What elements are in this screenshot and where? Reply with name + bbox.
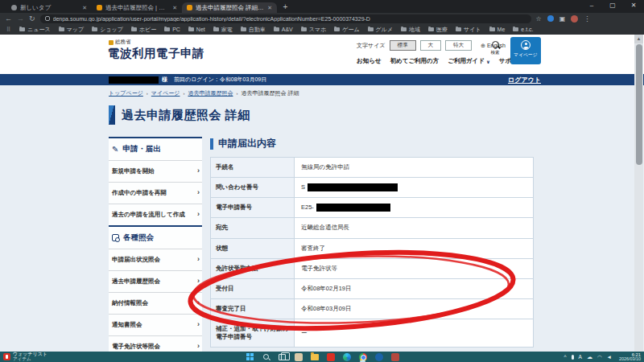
bookmark-folder[interactable]: 自動車 bbox=[241, 26, 266, 34]
photo-viewer-icon bbox=[391, 353, 399, 361]
taskbar: ウォッチリスト アイテム ^ A ☁ ◠ ◄ 6:21 2026/03/ bbox=[0, 352, 644, 362]
edge-button[interactable] bbox=[342, 352, 351, 361]
bookmark-folder[interactable]: 家電 bbox=[213, 26, 233, 34]
bookmark-folder[interactable]: ショップ bbox=[92, 26, 123, 34]
mypage-button[interactable]: マイページ bbox=[510, 37, 541, 64]
file-explorer-button[interactable] bbox=[310, 352, 319, 361]
menu-dots-icon[interactable]: ⋮ bbox=[584, 15, 590, 23]
taskbar-clock[interactable]: 6:21 2026/03/10 bbox=[619, 352, 641, 362]
wifi-icon[interactable]: ◠ bbox=[597, 354, 602, 360]
bookmark-folder[interactable]: 地域 bbox=[401, 26, 420, 34]
sidebar-item[interactable]: 通知書照会 bbox=[109, 314, 202, 335]
sidebar-item[interactable]: 新規申請を開始 bbox=[109, 160, 202, 182]
task-view-button[interactable] bbox=[278, 352, 287, 361]
breadcrumb-history-link[interactable]: 過去申請履歴照会 bbox=[188, 89, 233, 97]
folder-icon bbox=[188, 27, 194, 31]
bookmark-star-icon[interactable]: ☆ bbox=[536, 15, 542, 23]
page-title-row: 過去申請履歴照会 詳細 bbox=[109, 105, 250, 125]
widget-line2: アイテム bbox=[13, 357, 47, 362]
hidden-icons-chevron[interactable]: ^ bbox=[564, 354, 566, 360]
bookmark-folder[interactable]: スマホ bbox=[301, 26, 327, 34]
header-nav-item[interactable]: 初めてご利用の方 bbox=[390, 57, 440, 65]
blue-app-button[interactable] bbox=[374, 352, 383, 361]
back-icon[interactable]: ← bbox=[5, 14, 12, 23]
tab-history-detail[interactable]: 過去申請履歴照会 詳細 | 過去 ✕ bbox=[182, 2, 277, 13]
bookmark-folder[interactable]: e.t.c. bbox=[513, 27, 533, 32]
apps-grid-icon[interactable]: ⠿ bbox=[6, 27, 11, 33]
extension-icon[interactable] bbox=[547, 15, 554, 22]
site-search-button[interactable]: 検索 bbox=[486, 41, 504, 56]
bookmark-folder[interactable]: Me bbox=[489, 27, 506, 32]
folder-icon bbox=[19, 27, 25, 31]
tab-close-icon[interactable]: ✕ bbox=[172, 5, 177, 11]
start-button[interactable] bbox=[246, 352, 254, 361]
microphone-icon[interactable] bbox=[572, 355, 574, 360]
site-title: 電波利用電子申請 bbox=[108, 46, 204, 61]
forward-icon[interactable]: → bbox=[17, 14, 24, 23]
tab-close-icon[interactable]: ✕ bbox=[267, 5, 272, 11]
bookmark-folder[interactable]: ニュース bbox=[19, 26, 51, 34]
minimize-button[interactable]: – bbox=[581, 0, 602, 11]
photo-viewer-button[interactable] bbox=[390, 352, 399, 361]
tab-history-list[interactable]: 過去申請履歴照会 | マイページ | ✕ bbox=[92, 2, 182, 13]
close-button[interactable]: ✕ bbox=[623, 0, 644, 11]
font-size-standard-button[interactable]: 標準 bbox=[390, 40, 416, 51]
logout-link[interactable]: ログアウト bbox=[508, 76, 541, 84]
bookmark-label: グルメ bbox=[376, 26, 394, 34]
taskbar-search-button[interactable] bbox=[262, 352, 270, 361]
sidebar-item[interactable]: 電子免許状等照会 bbox=[109, 335, 202, 352]
row-label: 審査完了日 bbox=[211, 298, 295, 319]
font-size-large-button[interactable]: 大 bbox=[420, 40, 442, 51]
header-nav-item[interactable]: お知らせ bbox=[357, 57, 382, 65]
taskbar-widget[interactable]: ウォッチリスト アイテム bbox=[3, 352, 47, 362]
scroll-up-arrow[interactable]: ▲ bbox=[634, 35, 643, 43]
new-tab-button[interactable]: + bbox=[280, 2, 291, 13]
font-size-xlarge-button[interactable]: 特大 bbox=[445, 40, 472, 51]
sidebar-item[interactable]: 過去申請履歴照会 bbox=[109, 270, 202, 292]
bookmark-label: A&V bbox=[282, 27, 293, 32]
sidebar-item[interactable]: 過去の申請を流用して作成 bbox=[109, 204, 202, 225]
scrollbar-thumb[interactable] bbox=[636, 44, 642, 165]
sidebar-item[interactable]: 申請届出状況照会 bbox=[109, 249, 202, 270]
address-bar[interactable]: denpa.soumu.go.jp/application/user-porta… bbox=[40, 14, 531, 23]
redaction-box bbox=[308, 183, 398, 191]
photos-app-button[interactable] bbox=[294, 352, 303, 361]
bookmark-folder[interactable]: マップ bbox=[59, 26, 85, 34]
tab-close-icon[interactable]: ✕ bbox=[82, 5, 87, 11]
folder-icon bbox=[301, 27, 307, 31]
red-app-button[interactable] bbox=[326, 352, 335, 361]
bookmark-folder[interactable]: グルメ bbox=[368, 26, 394, 34]
breadcrumb-top-link[interactable]: トップページ bbox=[109, 89, 143, 97]
bookmark-folder[interactable]: A&V bbox=[274, 27, 293, 32]
page-scrollbar[interactable]: ▲ bbox=[634, 35, 643, 352]
tab-new-tab[interactable]: 新しいタブ ✕ bbox=[6, 2, 92, 13]
breadcrumb-mypage-link[interactable]: マイページ bbox=[151, 89, 180, 97]
tab-title: 新しいタブ bbox=[20, 4, 79, 12]
main-content: 申請届出内容 手続名 無線局の免許申請 bbox=[210, 137, 534, 352]
bookmark-label: マップ bbox=[67, 26, 85, 34]
side-panel-icon[interactable]: ▣ bbox=[559, 15, 566, 23]
sidebar-item[interactable]: 作成中の申請を再開 bbox=[109, 182, 202, 204]
table-row: 審査完了日 令和08年03月09日 bbox=[211, 298, 534, 319]
section-title-row: 申請届出内容 bbox=[210, 137, 534, 150]
header-nav-item[interactable]: ご利用ガイド ∨ bbox=[448, 57, 490, 65]
bookmark-label: ニュース bbox=[27, 26, 51, 34]
bookmark-folder[interactable]: Net bbox=[188, 27, 205, 32]
speaker-icon[interactable]: ◄ bbox=[607, 354, 612, 360]
taskbar-apps bbox=[246, 352, 399, 362]
reload-icon[interactable]: ↻ bbox=[29, 14, 35, 23]
bookmark-folder[interactable]: PC bbox=[164, 27, 180, 32]
maximize-button[interactable]: ▢ bbox=[602, 0, 623, 11]
folder-icon bbox=[213, 27, 219, 31]
bookmark-folder[interactable]: ゲーム bbox=[334, 26, 359, 34]
ime-indicator[interactable]: A bbox=[579, 354, 582, 360]
site-info-icon[interactable] bbox=[45, 16, 50, 21]
row-value: 近畿総合通信局長 bbox=[295, 218, 534, 238]
onedrive-cloud-icon[interactable]: ☁ bbox=[587, 354, 592, 360]
sidebar-item[interactable]: 納付情報照会 bbox=[109, 292, 202, 314]
bookmark-folder[interactable]: サイト bbox=[456, 26, 481, 34]
chrome-button[interactable] bbox=[358, 352, 367, 361]
bookmark-folder[interactable]: ホビー bbox=[131, 26, 156, 34]
bookmark-folder[interactable]: 医療 bbox=[428, 26, 448, 34]
profile-avatar[interactable] bbox=[571, 15, 578, 23]
